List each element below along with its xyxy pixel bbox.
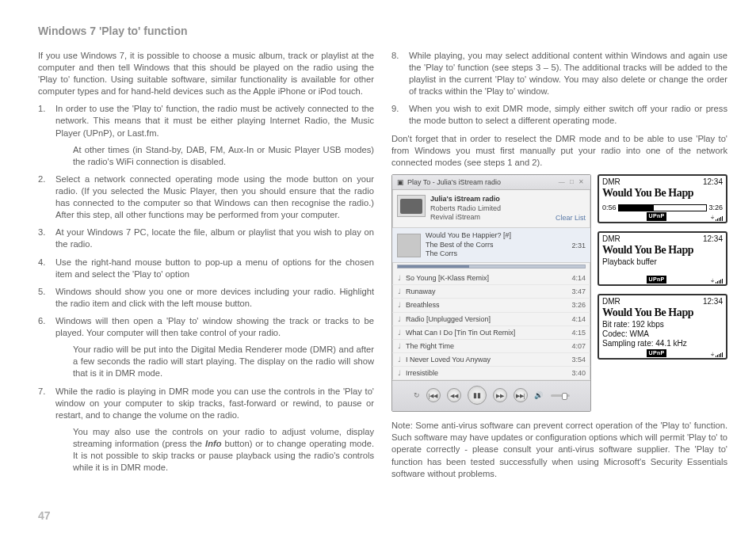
track-title: So Young [K-Klass Remix] [406, 273, 568, 283]
track-duration: 4:07 [571, 341, 586, 351]
album-art [397, 234, 421, 257]
note-paragraph: Note: Some anti-virus software can preve… [391, 420, 727, 480]
lcd-display-1: DMR12:34 Would You Be Happ 0:56 3:26 UPn… [598, 174, 727, 223]
track-title: Irresistible [406, 368, 568, 378]
step-8: While playing, you may select additional… [391, 50, 727, 97]
step-7: While the radio is playing in DMR mode y… [38, 386, 374, 474]
track-row[interactable]: ♩Breathless3:26 [392, 299, 590, 312]
device-model: Revival iStream [430, 213, 501, 223]
track-title: Runaway [406, 287, 568, 296]
forward-button[interactable]: ▶▶ [493, 388, 507, 402]
step-4: Use the right-hand mouse button to pop-u… [38, 257, 374, 280]
track-title: Breathless [406, 300, 568, 310]
track-row[interactable]: ♩The Right Time4:07 [392, 340, 590, 353]
lcd-title: Would You Be Happ [602, 187, 723, 200]
next-button[interactable]: ▶▶| [514, 388, 528, 402]
page: Windows 7 'Play to' function If you use … [0, 0, 756, 533]
step-9: When you wish to exit DMR mode, simply e… [391, 103, 727, 127]
illustrations-row: ▣ Play To - Julia's iStream radio — □ ✕ … [391, 174, 727, 412]
lcd-progress-bar [618, 204, 708, 211]
track-title: What Can I Do [Tin Tin Out Remix] [406, 328, 568, 337]
play-to-window: ▣ Play To - Julia's iStream radio — □ ✕ … [391, 174, 591, 412]
device-thumbnail [397, 195, 426, 217]
music-note-icon: ♩ [395, 341, 403, 351]
track-duration: 4:14 [571, 314, 586, 324]
window-controls[interactable]: — □ ✕ [559, 178, 586, 187]
track-duration: 4:14 [571, 273, 586, 283]
track-duration: 3:26 [571, 300, 586, 310]
intro-paragraph: If you use Windows 7, it is possible to … [38, 50, 374, 97]
music-note-icon: ♩ [395, 368, 403, 378]
step-6: Windows will then open a 'Play to' windo… [38, 315, 374, 380]
lcd-display-3: DMR12:34 Would You Be Happ Bit rate: 192… [598, 294, 727, 360]
column-left: If you use Windows 7, it is possible to … [38, 50, 374, 505]
step-2: Select a network connected operating mod… [38, 173, 374, 221]
window-titlebar: ▣ Play To - Julia's iStream radio — □ ✕ [392, 175, 590, 190]
step-3: At your Windows 7 PC, locate the file, a… [38, 227, 374, 250]
window-icon: ▣ [397, 177, 404, 187]
steps-list-1to7: In order to use the 'Play to' function, … [38, 103, 374, 474]
track-title: The Right Time [406, 341, 568, 351]
music-note-icon: ♩ [395, 355, 403, 364]
page-heading: Windows 7 'Play to' function [38, 24, 727, 39]
track-row[interactable]: ♩So Young [K-Klass Remix]4:14 [392, 272, 590, 285]
lcd-time: 12:34 [703, 177, 723, 187]
music-note-icon: ♩ [395, 328, 403, 337]
track-row[interactable]: ♩Irresistible3:40 [392, 367, 590, 380]
device-header: Julia's iStream radio Roberts Radio Limi… [392, 190, 590, 228]
step-1-extra: At other times (in Stand-by, DAB, FM, Au… [73, 144, 374, 168]
volume-icon[interactable]: 🔊 [534, 390, 543, 400]
step-1: In order to use the 'Play to' function, … [38, 103, 374, 168]
track-title: Radio [Unplugged Version] [406, 314, 568, 324]
music-note-icon: ♩ [395, 314, 403, 324]
upnp-tag: UPnP [647, 212, 667, 220]
lcd-sampling: Sampling rate: 44.1 kHz [602, 339, 723, 348]
device-name: Julia's iStream radio [430, 195, 501, 204]
lcd-bitrate: Bit rate: 192 kbps [602, 320, 723, 329]
track-duration: 3:40 [571, 368, 586, 378]
track-list: ♩So Young [K-Klass Remix]4:14♩Runaway3:4… [392, 272, 590, 380]
rewind-button[interactable]: ◀◀ [447, 388, 461, 402]
lcd-progress-row: 0:56 3:26 [602, 204, 723, 212]
track-duration: 4:15 [571, 328, 586, 337]
lcd-sub-buffer: Playback buffer [602, 257, 723, 267]
step-5: Windows should show you one or more devi… [38, 286, 374, 310]
player-controls: ↻ |◀◀ ◀◀ ▮▮ ▶▶ ▶▶| 🔊 [392, 380, 590, 411]
now-playing: Would You Be Happier? [#] The Best of th… [392, 228, 590, 263]
np-artist: The Corrs [426, 249, 567, 259]
np-title: Would You Be Happier? [#] [426, 231, 567, 241]
music-note-icon: ♩ [395, 287, 403, 296]
track-row[interactable]: ♩Runaway3:47 [392, 285, 590, 299]
track-row[interactable]: ♩I Never Loved You Anyway3:54 [392, 353, 590, 367]
music-note-icon: ♩ [395, 300, 403, 310]
step-6-extra: Your radio will be put into the Digital … [73, 344, 374, 379]
column-right: While playing, you may select additional… [391, 50, 727, 505]
lcd-display-2: DMR12:34 Would You Be Happ Playback buff… [598, 231, 727, 286]
steps-list-8to9: While playing, you may select additional… [391, 50, 727, 128]
track-title: I Never Loved You Anyway [406, 355, 568, 364]
np-album: The Best of the Corrs [426, 241, 567, 250]
np-duration: 2:31 [571, 241, 586, 250]
music-note-icon: ♩ [395, 273, 403, 283]
lcd-codec: Codec: WMA [602, 329, 723, 339]
progress-bar[interactable] [397, 265, 586, 268]
track-row[interactable]: ♩Radio [Unplugged Version]4:14 [392, 313, 590, 326]
window-title: Play To - Julia's iStream radio [407, 177, 501, 187]
lcd-total: 3:26 [708, 204, 723, 212]
volume-slider[interactable] [551, 394, 570, 397]
lcd-stack: DMR12:34 Would You Be Happ 0:56 3:26 UPn… [598, 174, 727, 412]
track-duration: 3:54 [571, 355, 586, 364]
device-maker: Roberts Radio Limited [430, 204, 501, 214]
track-row[interactable]: ♩What Can I Do [Tin Tin Out Remix]4:15 [392, 326, 590, 340]
np-info: Would You Be Happier? [#] The Best of th… [426, 231, 567, 259]
lcd-elapsed: 0:56 [602, 204, 617, 212]
prev-button[interactable]: |◀◀ [426, 388, 441, 402]
lcd-mode: DMR [602, 177, 620, 187]
device-meta: Julia's iStream radio Roberts Radio Limi… [430, 195, 501, 223]
page-number: 47 [38, 508, 727, 523]
clear-list-link[interactable]: Clear List [556, 213, 586, 223]
repeat-icon[interactable]: ↻ [414, 390, 420, 400]
play-pause-button[interactable]: ▮▮ [468, 386, 487, 405]
step-7-extra: You may also use the controls on your ra… [73, 426, 374, 474]
two-column-layout: If you use Windows 7, it is possible to … [38, 50, 727, 505]
